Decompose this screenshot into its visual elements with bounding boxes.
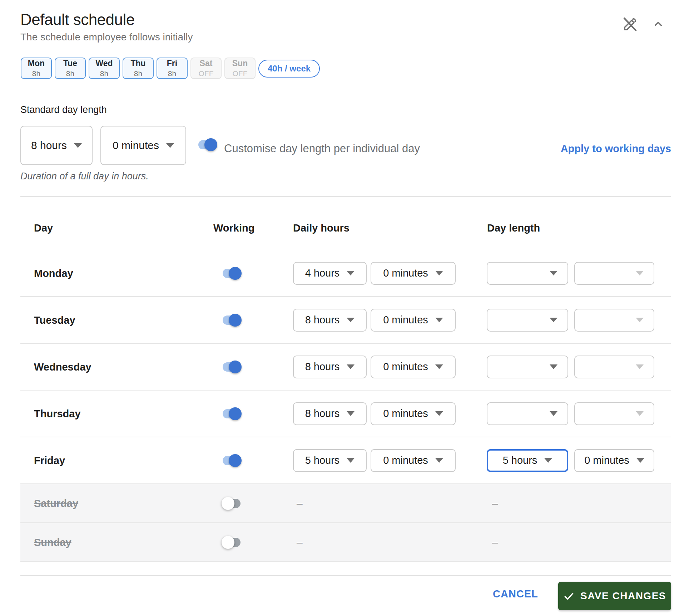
monday-daily-minutes-select[interactable]: 0 minutes (371, 262, 456, 285)
day-chip-wed[interactable]: Wed8h (89, 58, 120, 79)
customise-day-length-toggle[interactable] (198, 140, 216, 149)
chevron-down-icon (550, 271, 557, 275)
day-chip-mon[interactable]: Mon8h (21, 58, 52, 79)
chip-day-label: Sat (200, 59, 213, 68)
standard-hours-select[interactable]: 8 hours (20, 126, 93, 165)
edit-off-button[interactable] (621, 16, 638, 34)
chip-value: OFF (199, 69, 214, 78)
day-label: Friday (34, 454, 65, 466)
select-value: 0 minutes (383, 361, 428, 373)
wednesday-day-length-minutes-select[interactable] (574, 356, 654, 378)
select-value: 8 hours (305, 314, 340, 326)
tuesday-daily-minutes-select[interactable]: 0 minutes (371, 309, 456, 332)
day-chip-fri[interactable]: Fri8h (157, 58, 188, 79)
select-value: 0 minutes (383, 408, 428, 419)
column-header-day-length: Day length (487, 222, 540, 234)
day-chip-sat[interactable]: SatOFF (190, 58, 222, 79)
friday-daily-minutes-select[interactable]: 0 minutes (371, 449, 456, 472)
customise-day-length-label: Customise day length per individual day (224, 142, 420, 155)
standard-minutes-select[interactable]: 0 minutes (100, 126, 186, 165)
friday-day-length-minutes-select[interactable]: 0 minutes (574, 449, 654, 472)
save-changes-button[interactable]: SAVE CHANGES (558, 582, 671, 610)
chevron-down-icon (636, 318, 644, 322)
day-length-dash: – (492, 497, 498, 510)
tuesday-day-length-hours-select[interactable] (487, 309, 568, 332)
thursday-working-toggle[interactable] (223, 409, 241, 418)
chevron-down-icon (435, 271, 443, 275)
chevron-down-icon (550, 318, 557, 322)
thursday-daily-minutes-select[interactable]: 0 minutes (371, 402, 456, 425)
friday-daily-hours-select[interactable]: 5 hours (293, 449, 367, 472)
thursday-day-length-minutes-select[interactable] (574, 402, 654, 425)
footer-divider (20, 575, 671, 576)
chip-value: 8h (32, 69, 40, 78)
wednesday-working-toggle[interactable] (223, 362, 241, 372)
chevron-down-icon (435, 318, 443, 322)
select-value: 0 minutes (383, 267, 428, 279)
chip-value: 8h (100, 69, 108, 78)
edit-off-icon (621, 16, 638, 33)
friday-working-toggle[interactable] (223, 456, 241, 465)
toggle-thumb (229, 267, 242, 280)
daily-hours-dash: – (297, 497, 303, 510)
thursday-daily-hours-select[interactable]: 8 hours (293, 402, 367, 425)
day-label: Sunday (34, 536, 71, 548)
day-chip-sun[interactable]: SunOFF (224, 58, 256, 79)
saturday-working-toggle[interactable] (223, 499, 241, 508)
day-label: Tuesday (34, 314, 75, 326)
schedule-row-thursday: Thursday8 hours0 minutes (20, 391, 671, 437)
apply-to-working-days-link[interactable]: Apply to working days (561, 143, 671, 155)
chevron-down-icon (347, 411, 355, 416)
friday-day-length-hours-select[interactable]: 5 hours (487, 449, 568, 472)
save-changes-label: SAVE CHANGES (580, 590, 666, 602)
wednesday-day-length-hours-select[interactable] (487, 356, 568, 378)
select-value: 0 minutes (383, 314, 428, 326)
schedule-row-sunday: Sunday–– (20, 523, 671, 562)
monday-daily-hours-select[interactable]: 4 hours (293, 262, 367, 285)
toggle-thumb (222, 536, 234, 549)
day-length-note: Duration of a full day in hours. (20, 171, 149, 182)
schedule-row-friday: Friday5 hours0 minutes5 hours0 minutes (20, 437, 671, 484)
chip-value: 8h (134, 69, 142, 78)
check-icon (563, 590, 575, 602)
section-divider (20, 196, 671, 197)
chip-day-label: Sun (232, 59, 248, 68)
column-header-daily-hours: Daily hours (293, 222, 350, 234)
thursday-day-length-hours-select[interactable] (487, 402, 568, 425)
select-value: 5 hours (503, 454, 537, 466)
sunday-working-toggle[interactable] (223, 538, 241, 547)
standard-day-length-label: Standard day length (20, 104, 107, 115)
day-length-dash: – (492, 536, 498, 548)
wednesday-daily-minutes-select[interactable]: 0 minutes (371, 356, 456, 378)
chevron-down-icon (636, 364, 644, 369)
tuesday-working-toggle[interactable] (223, 316, 241, 325)
tuesday-daily-hours-select[interactable]: 8 hours (293, 309, 367, 332)
chevron-down-icon (347, 364, 355, 369)
chip-day-label: Mon (28, 59, 45, 68)
monday-working-toggle[interactable] (223, 269, 241, 278)
week-total-badge: 40h / week (258, 60, 320, 78)
schedule-rows: Monday4 hours0 minutesTuesday8 hours0 mi… (0, 250, 684, 562)
chip-value: 8h (168, 69, 176, 78)
chip-day-label: Tue (63, 59, 77, 68)
day-chip-tue[interactable]: Tue8h (55, 58, 86, 79)
chevron-down-icon (347, 271, 355, 275)
day-chips: Mon8hTue8hWed8hThu8hFri8hSatOFFSunOFF (21, 58, 256, 79)
tuesday-day-length-minutes-select[interactable] (574, 309, 654, 332)
monday-day-length-hours-select[interactable] (487, 262, 568, 285)
page-subtitle: The schedule employee follows initially (20, 31, 193, 43)
column-header-working: Working (213, 222, 254, 234)
select-value: 4 hours (305, 267, 340, 279)
chevron-down-icon (347, 318, 355, 322)
collapse-button[interactable] (652, 18, 665, 32)
daily-hours-dash: – (297, 536, 303, 548)
wednesday-daily-hours-select[interactable]: 8 hours (293, 356, 367, 378)
chevron-down-icon (636, 411, 644, 416)
day-chip-thu[interactable]: Thu8h (123, 58, 154, 79)
select-value: 0 minutes (584, 454, 629, 466)
monday-day-length-minutes-select[interactable] (574, 262, 654, 285)
chevron-down-icon (74, 143, 82, 148)
cancel-button[interactable]: CANCEL (491, 588, 540, 600)
chip-value: OFF (233, 69, 248, 78)
chevron-down-icon (347, 458, 355, 463)
